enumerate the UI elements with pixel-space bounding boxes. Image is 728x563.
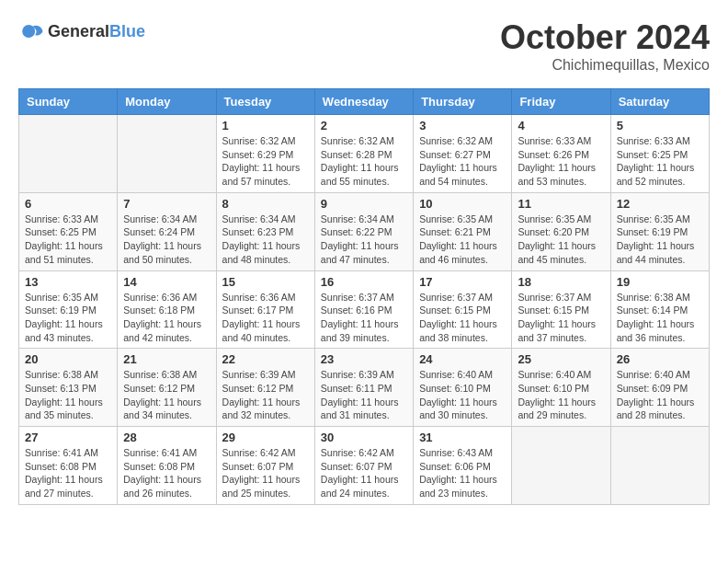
calendar-cell: 16Sunrise: 6:37 AMSunset: 6:16 PMDayligh… [314,270,413,349]
logo-general: General [48,22,109,41]
calendar-cell: 25Sunrise: 6:40 AMSunset: 6:10 PMDayligh… [512,349,610,427]
day-number: 18 [518,275,604,289]
weekday-header-wednesday: Wednesday [314,89,413,115]
day-number: 15 [222,275,309,289]
title-block: October 2024 Chichimequillas, Mexico [500,18,710,74]
calendar-title: October 2024 [500,18,710,57]
day-number: 17 [419,275,506,289]
day-info: Sunrise: 6:39 AMSunset: 6:12 PMDaylight:… [222,368,309,422]
day-info: Sunrise: 6:36 AMSunset: 6:17 PMDaylight:… [222,291,309,345]
day-number: 8 [222,197,309,211]
page-header: General Blue October 2024 Chichimequilla… [18,18,710,74]
logo: General Blue [18,18,145,44]
calendar-cell: 21Sunrise: 6:38 AMSunset: 6:12 PMDayligh… [118,349,216,427]
day-info: Sunrise: 6:35 AMSunset: 6:20 PMDaylight:… [518,213,604,267]
calendar-cell: 18Sunrise: 6:37 AMSunset: 6:15 PMDayligh… [512,270,610,349]
calendar-cell: 17Sunrise: 6:37 AMSunset: 6:15 PMDayligh… [414,270,512,349]
day-number: 26 [617,352,703,366]
calendar-cell: 9Sunrise: 6:34 AMSunset: 6:22 PMDaylight… [314,192,413,270]
week-row-3: 13Sunrise: 6:35 AMSunset: 6:19 PMDayligh… [19,270,710,349]
day-info: Sunrise: 6:37 AMSunset: 6:16 PMDaylight:… [321,291,407,345]
calendar-cell: 6Sunrise: 6:33 AMSunset: 6:25 PMDaylight… [19,192,118,270]
day-info: Sunrise: 6:36 AMSunset: 6:18 PMDaylight:… [123,291,210,345]
weekday-header-monday: Monday [118,89,216,115]
day-number: 22 [222,352,309,366]
calendar-cell: 11Sunrise: 6:35 AMSunset: 6:20 PMDayligh… [512,192,610,270]
week-row-2: 6Sunrise: 6:33 AMSunset: 6:25 PMDaylight… [19,192,710,270]
day-info: Sunrise: 6:42 AMSunset: 6:07 PMDaylight:… [222,446,309,500]
calendar-cell: 27Sunrise: 6:41 AMSunset: 6:08 PMDayligh… [19,427,118,505]
day-number: 24 [419,352,506,366]
day-number: 31 [419,431,506,444]
calendar-cell: 23Sunrise: 6:39 AMSunset: 6:11 PMDayligh… [314,349,413,427]
day-number: 6 [25,197,111,211]
day-number: 3 [419,119,506,132]
calendar-cell: 1Sunrise: 6:32 AMSunset: 6:29 PMDaylight… [216,115,314,193]
day-info: Sunrise: 6:32 AMSunset: 6:28 PMDaylight:… [321,134,407,189]
weekday-header-tuesday: Tuesday [216,89,314,115]
day-number: 13 [25,275,111,289]
calendar-cell: 10Sunrise: 6:35 AMSunset: 6:21 PMDayligh… [414,192,512,270]
calendar-cell: 5Sunrise: 6:33 AMSunset: 6:25 PMDaylight… [610,115,709,193]
day-info: Sunrise: 6:35 AMSunset: 6:19 PMDaylight:… [25,291,111,345]
day-number: 25 [518,352,604,366]
day-info: Sunrise: 6:40 AMSunset: 6:10 PMDaylight:… [419,368,506,422]
day-number: 5 [617,119,703,132]
calendar-body: 1Sunrise: 6:32 AMSunset: 6:29 PMDaylight… [19,115,710,505]
day-info: Sunrise: 6:34 AMSunset: 6:23 PMDaylight:… [222,213,309,267]
day-info: Sunrise: 6:39 AMSunset: 6:11 PMDaylight:… [321,368,407,422]
calendar-cell: 28Sunrise: 6:41 AMSunset: 6:08 PMDayligh… [118,427,216,505]
calendar-cell: 29Sunrise: 6:42 AMSunset: 6:07 PMDayligh… [216,427,314,505]
calendar-cell [19,115,118,193]
day-number: 30 [321,431,407,444]
day-number: 27 [25,431,111,444]
day-info: Sunrise: 6:35 AMSunset: 6:19 PMDaylight:… [617,213,703,267]
day-number: 1 [222,119,309,132]
day-number: 19 [617,275,703,289]
calendar-cell: 19Sunrise: 6:38 AMSunset: 6:14 PMDayligh… [610,270,709,349]
calendar-cell [118,115,216,193]
calendar-cell [512,427,610,505]
weekday-header-row: SundayMondayTuesdayWednesdayThursdayFrid… [19,89,710,115]
calendar-cell: 14Sunrise: 6:36 AMSunset: 6:18 PMDayligh… [118,270,216,349]
day-info: Sunrise: 6:32 AMSunset: 6:27 PMDaylight:… [419,134,506,189]
day-info: Sunrise: 6:41 AMSunset: 6:08 PMDaylight:… [25,446,111,500]
calendar-cell [610,427,709,505]
day-number: 4 [518,119,604,132]
day-number: 9 [321,197,407,211]
day-info: Sunrise: 6:40 AMSunset: 6:09 PMDaylight:… [617,368,703,422]
day-info: Sunrise: 6:43 AMSunset: 6:06 PMDaylight:… [419,446,506,500]
day-info: Sunrise: 6:34 AMSunset: 6:24 PMDaylight:… [123,213,210,267]
weekday-header-sunday: Sunday [19,89,118,115]
calendar-cell: 8Sunrise: 6:34 AMSunset: 6:23 PMDaylight… [216,192,314,270]
day-number: 21 [123,352,210,366]
calendar-cell: 15Sunrise: 6:36 AMSunset: 6:17 PMDayligh… [216,270,314,349]
calendar-cell: 7Sunrise: 6:34 AMSunset: 6:24 PMDaylight… [118,192,216,270]
day-info: Sunrise: 6:33 AMSunset: 6:25 PMDaylight:… [25,213,111,267]
day-info: Sunrise: 6:38 AMSunset: 6:12 PMDaylight:… [123,368,210,422]
day-number: 10 [419,197,506,211]
calendar-cell: 22Sunrise: 6:39 AMSunset: 6:12 PMDayligh… [216,349,314,427]
calendar-cell: 4Sunrise: 6:33 AMSunset: 6:26 PMDaylight… [512,115,610,193]
weekday-header-saturday: Saturday [610,89,709,115]
day-number: 20 [25,352,111,366]
day-info: Sunrise: 6:32 AMSunset: 6:29 PMDaylight:… [222,134,309,189]
day-info: Sunrise: 6:35 AMSunset: 6:21 PMDaylight:… [419,213,506,267]
calendar-subtitle: Chichimequillas, Mexico [500,57,710,74]
calendar-table: SundayMondayTuesdayWednesdayThursdayFrid… [18,88,710,505]
day-info: Sunrise: 6:33 AMSunset: 6:25 PMDaylight:… [617,134,703,189]
calendar-cell: 26Sunrise: 6:40 AMSunset: 6:09 PMDayligh… [610,349,709,427]
day-number: 12 [617,197,703,211]
calendar-cell: 31Sunrise: 6:43 AMSunset: 6:06 PMDayligh… [414,427,512,505]
calendar-cell: 24Sunrise: 6:40 AMSunset: 6:10 PMDayligh… [414,349,512,427]
day-number: 7 [123,197,210,211]
day-info: Sunrise: 6:42 AMSunset: 6:07 PMDaylight:… [321,446,407,500]
calendar-cell: 3Sunrise: 6:32 AMSunset: 6:27 PMDaylight… [414,115,512,193]
day-info: Sunrise: 6:38 AMSunset: 6:13 PMDaylight:… [25,368,111,422]
day-number: 11 [518,197,604,211]
day-info: Sunrise: 6:37 AMSunset: 6:15 PMDaylight:… [419,291,506,345]
day-number: 16 [321,275,407,289]
week-row-5: 27Sunrise: 6:41 AMSunset: 6:08 PMDayligh… [19,427,710,505]
day-info: Sunrise: 6:41 AMSunset: 6:08 PMDaylight:… [123,446,210,500]
calendar-cell: 2Sunrise: 6:32 AMSunset: 6:28 PMDaylight… [314,115,413,193]
